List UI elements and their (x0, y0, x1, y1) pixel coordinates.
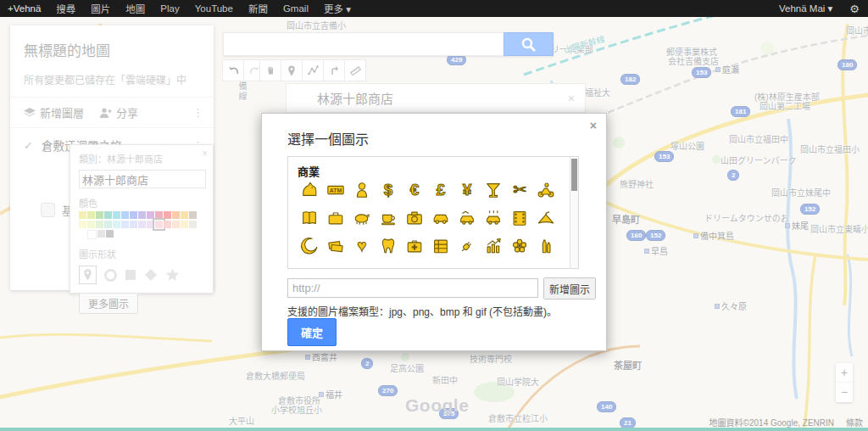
icon-car[interactable] (431, 208, 451, 228)
icon-plug[interactable] (457, 236, 477, 256)
scrollbar-thumb[interactable] (571, 159, 577, 191)
icon-camera[interactable] (404, 208, 425, 228)
icon-pound[interactable]: £ (431, 180, 451, 200)
topbar-item-YouTube[interactable]: YouTube (187, 3, 241, 14)
google-top-bar: +Vehnä搜尋圖片地圖PlayYouTube新聞Gmail更多 ▾Vehnä … (0, 0, 868, 17)
icon-baby[interactable] (352, 180, 372, 200)
icon-scissors[interactable]: ✂ (509, 180, 530, 200)
icon-moon[interactable] (299, 236, 320, 256)
yen-icon: ¥ (463, 181, 472, 199)
supported-types-text: 支援的圖片檔案類型：jpg、png、bmp 和 gif (不包括動畫)。 (287, 304, 557, 318)
dollar-icon: $ (384, 181, 393, 199)
pound-icon: £ (437, 181, 446, 199)
icon-hanger[interactable] (536, 208, 556, 228)
close-icon[interactable]: × (590, 119, 597, 132)
icon-cocktail[interactable] (483, 180, 504, 200)
icon-heart[interactable]: ♥ (352, 236, 372, 256)
icon-atm[interactable]: ATM (326, 180, 346, 200)
topbar-item-地圖[interactable]: 地圖 (118, 2, 153, 15)
icon-grid: ATM$€£¥✂♥ (299, 180, 567, 264)
euro-icon: € (410, 181, 420, 199)
svg-text:ATM: ATM (330, 188, 342, 193)
topbar-item-Gmail[interactable]: Gmail (275, 3, 316, 14)
icon-cow[interactable] (352, 208, 372, 228)
dialog-title: 選擇一個圖示 (287, 128, 369, 148)
heart-icon: ♥ (357, 237, 366, 255)
icon-briefcase[interactable] (326, 208, 346, 228)
icon-dollar[interactable]: $ (378, 180, 398, 200)
icon-car-wash[interactable] (483, 208, 504, 228)
icon-yen[interactable]: ¥ (457, 180, 477, 200)
icon-motorcycle[interactable] (536, 180, 556, 200)
topbar-item-圖片[interactable]: 圖片 (83, 2, 118, 15)
scrollbar[interactable] (570, 157, 578, 268)
choose-icon-dialog: × 選擇一個圖示 商業 ATM$€£¥✂♥ 新增圖示 支援的圖片檔案類型：jpg… (261, 113, 607, 351)
icon-list-box: 商業 ATM$€£¥✂♥ (287, 156, 579, 269)
gear-icon[interactable]: ⚙ (841, 3, 868, 15)
topbar-item-Play[interactable]: Play (153, 3, 186, 14)
topbar-item-新聞[interactable]: 新聞 (241, 2, 275, 15)
scissors-icon: ✂ (513, 181, 526, 199)
icon-category-label: 商業 (298, 163, 320, 179)
icon-tooth[interactable] (378, 236, 398, 256)
topbar-item-profile[interactable]: +Vehnä (0, 3, 48, 14)
icon-film[interactable] (509, 208, 530, 228)
icon-coffee[interactable] (378, 208, 398, 228)
account-menu[interactable]: Vehnä Mai ▾ (771, 3, 841, 14)
add-icon-button[interactable]: 新增圖示 (543, 277, 596, 299)
ok-button[interactable]: 確定 (287, 318, 337, 346)
icon-first-aid[interactable] (404, 236, 425, 256)
topbar-item-搜尋[interactable]: 搜尋 (48, 2, 83, 15)
icon-url-input[interactable] (287, 278, 538, 298)
topbar-item-更多[interactable]: 更多 ▾ (316, 2, 359, 15)
icon-car-repair[interactable] (457, 208, 477, 228)
icon-bottles[interactable] (536, 236, 556, 256)
icon-bed[interactable] (431, 236, 451, 256)
icon-money[interactable] (326, 236, 346, 256)
icon-chart[interactable] (483, 236, 504, 256)
icon-horse-head[interactable] (299, 180, 320, 200)
icon-flower[interactable] (509, 236, 530, 256)
icon-euro[interactable]: € (404, 180, 425, 200)
icon-book[interactable] (299, 208, 320, 228)
